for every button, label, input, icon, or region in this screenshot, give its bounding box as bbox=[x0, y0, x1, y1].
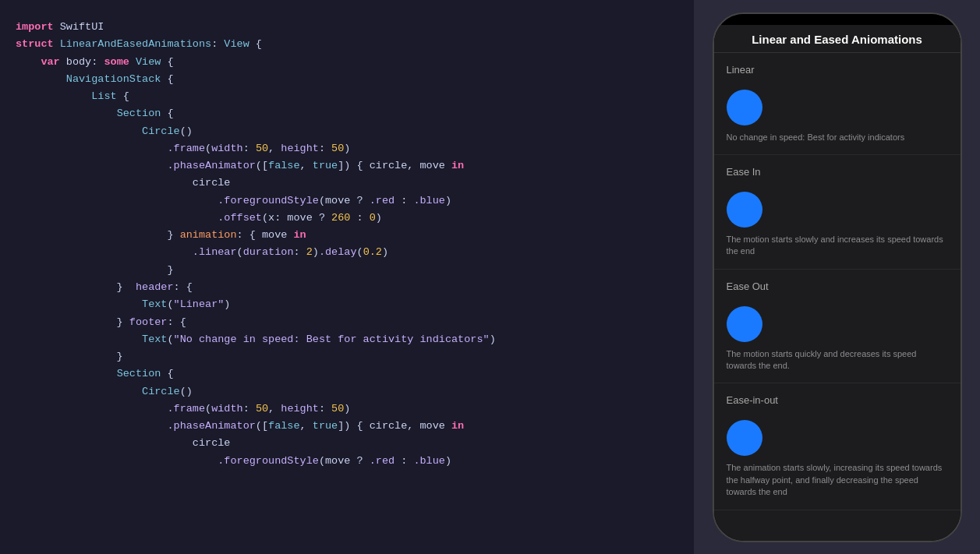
code-line: Circle() bbox=[16, 383, 678, 401]
phone-screen: Linear and Eased Aniomations LinearNo ch… bbox=[714, 25, 961, 541]
code-line: circle bbox=[16, 435, 678, 452]
code-line: } footer: { bbox=[16, 314, 678, 331]
code-line: .linear(duration: 2).delay(0.2) bbox=[16, 244, 678, 261]
phone-nav-bar: Linear and Eased Aniomations bbox=[714, 25, 961, 53]
code-line: } animation: { move in bbox=[16, 227, 678, 244]
animation-circle bbox=[727, 306, 762, 342]
code-line: Text("No change in speed: Best for activ… bbox=[16, 331, 678, 348]
list-item: The motion starts quickly and decreases … bbox=[714, 295, 961, 384]
code-line: struct LinearAndEasedAnimations: View { bbox=[16, 36, 678, 53]
list-section-header: Linear bbox=[714, 53, 961, 79]
code-panel: import SwiftUIstruct LinearAndEasedAnima… bbox=[0, 0, 694, 554]
code-line: .frame(width: 50, height: 50) bbox=[16, 140, 678, 157]
phone-status-bar bbox=[714, 14, 961, 25]
code-line: Circle() bbox=[16, 123, 678, 140]
list-item: The animation starts slowly, increasing … bbox=[714, 409, 961, 510]
list-item-desc: The motion starts slowly and increases i… bbox=[727, 234, 948, 264]
animation-circle bbox=[727, 420, 762, 456]
code-line: } header: { bbox=[16, 279, 678, 296]
code-line: Text("Linear") bbox=[16, 296, 678, 313]
list-section-header: Ease In bbox=[714, 155, 961, 181]
list-item-desc: No change in speed: Best for activity in… bbox=[727, 132, 948, 150]
code-line: var body: some View { bbox=[16, 54, 678, 71]
animation-circle bbox=[727, 192, 762, 228]
code-line: .frame(width: 50, height: 50) bbox=[16, 401, 678, 418]
list-item-desc: The animation starts slowly, increasing … bbox=[727, 462, 948, 504]
list-item-desc: The motion starts quickly and decreases … bbox=[727, 348, 948, 379]
code-line: .phaseAnimator([false, true]) { circle, … bbox=[16, 418, 678, 435]
phone-nav-title: Linear and Eased Aniomations bbox=[752, 33, 922, 46]
code-line: .foregroundStyle(move ? .red : .blue) bbox=[16, 453, 678, 470]
code-line: Section { bbox=[16, 105, 678, 122]
code-line: import SwiftUI bbox=[16, 19, 678, 36]
phone-device: Linear and Eased Aniomations LinearNo ch… bbox=[713, 12, 962, 542]
phone-list[interactable]: LinearNo change in speed: Best for activ… bbox=[714, 53, 961, 541]
code-line: Section { bbox=[16, 365, 678, 383]
animation-circle bbox=[727, 90, 762, 125]
code-line: } bbox=[16, 262, 678, 279]
list-item: The motion starts slowly and increases i… bbox=[714, 181, 961, 270]
code-line: } bbox=[16, 348, 678, 365]
code-line: List { bbox=[16, 88, 678, 105]
code-line: circle bbox=[16, 175, 678, 192]
list-section-header: Ease-in-out bbox=[714, 383, 961, 409]
list-item: No change in speed: Best for activity in… bbox=[714, 79, 961, 155]
phone-panel: Linear and Eased Aniomations LinearNo ch… bbox=[694, 0, 980, 554]
code-line: NavigationStack { bbox=[16, 71, 678, 88]
list-section-header: Ease Out bbox=[714, 270, 961, 295]
code-lines: import SwiftUIstruct LinearAndEasedAnima… bbox=[16, 19, 678, 470]
code-line: .offset(x: move ? 260 : 0) bbox=[16, 210, 678, 227]
code-line: .foregroundStyle(move ? .red : .blue) bbox=[16, 192, 678, 210]
code-line: .phaseAnimator([false, true]) { circle, … bbox=[16, 157, 678, 175]
